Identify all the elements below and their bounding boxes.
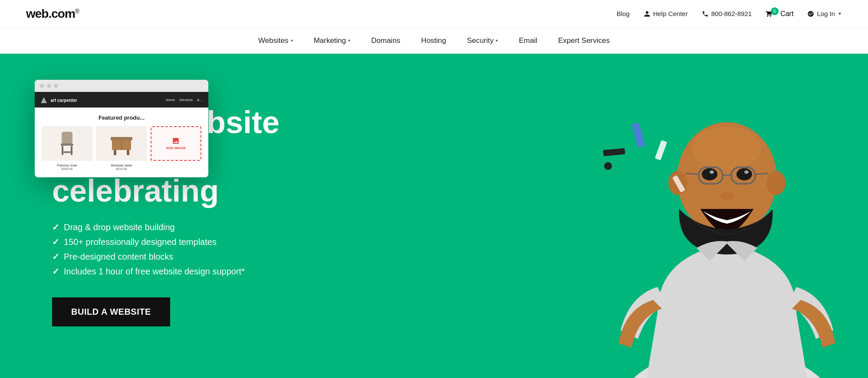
svg-point-16 <box>692 127 762 170</box>
logo[interactable]: web.com® <box>26 7 79 21</box>
mockup-product-price-1: $200.00 <box>42 167 92 170</box>
svg-point-20 <box>744 170 749 174</box>
svg-point-19 <box>710 170 714 174</box>
svg-marker-0 <box>41 97 47 103</box>
build-website-button[interactable]: BUILD A WEBSITE <box>52 297 170 326</box>
svg-rect-6 <box>111 137 132 140</box>
help-center-link[interactable]: Help Center <box>644 10 688 17</box>
mockup-products: Paloma chair $200.00 Bedside t <box>42 126 201 170</box>
websites-chevron-icon: ▾ <box>291 38 293 43</box>
website-mockup: art carpenter Home Services A... Feature… <box>35 80 208 177</box>
svg-rect-5 <box>63 151 71 153</box>
svg-point-18 <box>736 168 752 180</box>
svg-rect-2 <box>61 143 73 146</box>
svg-line-25 <box>755 173 768 174</box>
mockup-logo-icon <box>41 97 47 103</box>
table-icon <box>108 132 135 156</box>
logo-trademark: ® <box>75 7 79 14</box>
mockup-product-name-2: Bedside table <box>96 163 147 167</box>
hero-feature-4: Includes 1 hour of free website design s… <box>52 266 304 277</box>
hero-person <box>586 62 868 378</box>
deco-dot <box>604 162 612 170</box>
svg-rect-1 <box>62 132 72 144</box>
main-nav: Websites ▾ Marketing ▾ Domains Hosting S… <box>0 28 868 54</box>
cart-badge: 0 <box>771 7 779 15</box>
blog-link[interactable]: Blog <box>617 10 630 17</box>
mockup-body: Featured produ... Paloma chair $ <box>35 108 208 177</box>
svg-rect-3 <box>62 146 63 155</box>
nav-item-hosting[interactable]: Hosting <box>421 36 446 45</box>
mockup-titlebar <box>35 80 208 92</box>
svg-rect-9 <box>114 150 116 155</box>
chair-icon <box>57 130 77 158</box>
security-chevron-icon: ▾ <box>496 38 498 43</box>
mockup-product-1: Paloma chair $200.00 <box>42 126 92 170</box>
cart-wrapper[interactable]: 0 Cart <box>766 10 793 18</box>
person-icon <box>644 10 651 17</box>
logo-text: web.com <box>26 7 75 20</box>
phone-icon <box>702 10 709 17</box>
svg-point-26 <box>720 192 734 200</box>
hero-features-list: Drag & drop website building 150+ profes… <box>52 222 304 277</box>
nav-item-security[interactable]: Security ▾ <box>467 36 498 45</box>
mockup-nav-links: Home Services A... <box>166 98 202 102</box>
account-icon <box>807 10 814 17</box>
svg-rect-4 <box>71 146 72 155</box>
mockup-logo: art carpenter <box>41 96 77 104</box>
top-right-nav: Blog Help Center 800-862-8921 0 Cart Log… <box>617 10 842 18</box>
nav-item-expert-services[interactable]: Expert Services <box>558 36 610 45</box>
mockup-nav: art carpenter Home Services A... <box>35 92 208 108</box>
svg-point-17 <box>702 168 717 180</box>
hero-feature-1: Drag & drop website building <box>52 222 304 232</box>
mockup-dot-2 <box>47 84 51 88</box>
svg-rect-10 <box>127 150 129 155</box>
svg-line-24 <box>686 173 699 174</box>
mockup-product-img-2 <box>96 126 147 161</box>
svg-point-15 <box>766 171 786 195</box>
marketing-chevron-icon: ▾ <box>348 38 350 43</box>
mockup-product-img-1 <box>42 126 92 161</box>
hero-feature-3: Pre-designed content blocks <box>52 251 304 262</box>
mockup-product-price-2: $210.00 <box>96 167 147 170</box>
add-image-icon <box>172 137 180 145</box>
hero-section: Build a website worth celebrating Drag &… <box>0 54 868 378</box>
nav-item-email[interactable]: Email <box>519 36 537 45</box>
mockup-product-name-1: Paloma chair <box>42 163 92 167</box>
phone-link[interactable]: 800-862-8921 <box>702 10 752 17</box>
hero-feature-2: 150+ professionally designed templates <box>52 237 304 247</box>
mockup-product-2: Bedside table $210.00 <box>96 126 147 170</box>
mockup-product-3: ADD IMAGE <box>151 126 201 170</box>
nav-item-websites[interactable]: Websites ▾ <box>258 36 293 45</box>
mockup-dot-3 <box>54 84 58 88</box>
login-link[interactable]: Log In ▼ <box>807 10 842 17</box>
top-bar: web.com® Blog Help Center 800-862-8921 0… <box>0 0 868 28</box>
person-svg <box>586 62 868 378</box>
mockup-dot-1 <box>40 84 44 88</box>
nav-item-domains[interactable]: Domains <box>371 36 400 45</box>
mockup-add-image: ADD IMAGE <box>151 126 201 161</box>
mockup-featured-title: Featured produ... <box>42 114 201 121</box>
login-chevron-icon: ▼ <box>838 11 842 16</box>
nav-item-marketing[interactable]: Marketing ▾ <box>314 36 351 45</box>
